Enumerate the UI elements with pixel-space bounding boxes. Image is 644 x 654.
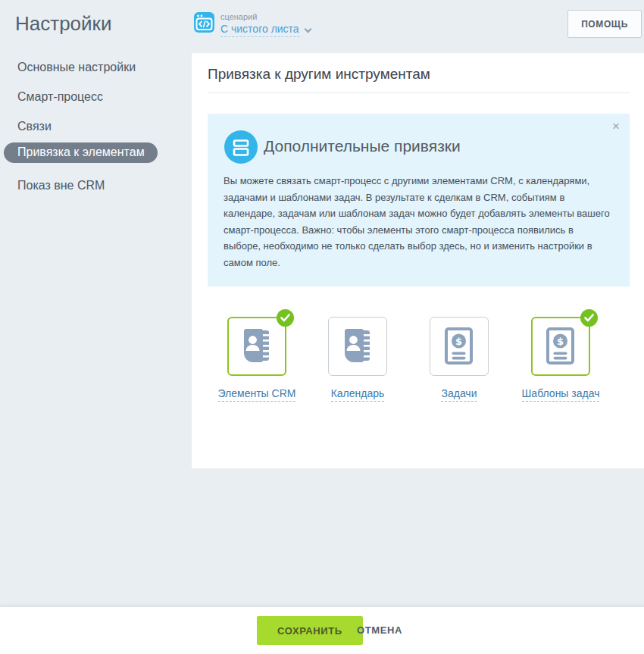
invoice-icon: $ (544, 327, 577, 366)
binding-card-calendar[interactable] (328, 317, 387, 376)
code-scenario-icon (194, 12, 214, 33)
sidebar-item-element-binding[interactable]: Привязка к элементам (4, 142, 158, 163)
action-bar: СОХРАНИТЬ ОТМЕНА (0, 606, 644, 654)
binding-card-tasks[interactable]: $ (430, 317, 489, 376)
additional-bindings-infobox: Дополнительные привязки × Вы можете связ… (208, 114, 630, 286)
address-book-icon (340, 327, 375, 365)
card-link[interactable]: Элементы CRM (218, 387, 296, 402)
sidebar-item-relations[interactable]: Связи (17, 120, 52, 133)
card-link[interactable]: Задачи (441, 387, 477, 402)
settings-sidebar: Настройки Основные настройки Смарт-проце… (0, 0, 192, 606)
content-panel: Привязка к другим инструментам Дополните… (192, 53, 644, 468)
list-items-icon (224, 130, 258, 164)
page-title: Настройки (15, 12, 112, 36)
section-divider (208, 92, 630, 93)
svg-text:$: $ (557, 336, 564, 347)
sidebar-item-show-outside-crm[interactable]: Показ вне CRM (17, 179, 105, 192)
check-badge-icon (277, 309, 294, 327)
binding-card-crm-elements[interactable] (227, 317, 286, 376)
card-link[interactable]: Шаблоны задач (522, 387, 600, 402)
svg-text:$: $ (455, 336, 462, 347)
help-button[interactable]: ПОМОЩЬ (567, 10, 642, 38)
infobox-title: Дополнительные привязки (264, 137, 461, 155)
scenario-selector: сценарий С чистого листа (194, 12, 311, 37)
sidebar-item-smart-process[interactable]: Смарт-процесс (17, 90, 103, 104)
save-button[interactable]: СОХРАНИТЬ (257, 616, 363, 645)
sidebar-item-general[interactable]: Основные настройки (17, 61, 136, 74)
section-title: Привязка к другим инструментам (208, 66, 430, 83)
check-badge-icon (580, 309, 598, 327)
card-label-task-templates: Шаблоны задач (500, 387, 621, 399)
scenario-label: сценарий (220, 12, 311, 21)
cancel-button[interactable]: ОТМЕНА (357, 616, 402, 645)
scenario-value-link[interactable]: С чистого листа (220, 23, 299, 37)
invoice-icon: $ (442, 327, 476, 366)
close-icon[interactable]: × (612, 120, 620, 133)
binding-card-task-templates[interactable]: $ (531, 317, 590, 376)
infobox-body-text: Вы можете связать смарт-процесс с другим… (224, 173, 611, 271)
card-link[interactable]: Календарь (331, 387, 385, 402)
chevron-down-icon (304, 25, 311, 33)
address-book-icon (239, 327, 274, 365)
scenario-dropdown[interactable]: С чистого листа (220, 23, 311, 37)
